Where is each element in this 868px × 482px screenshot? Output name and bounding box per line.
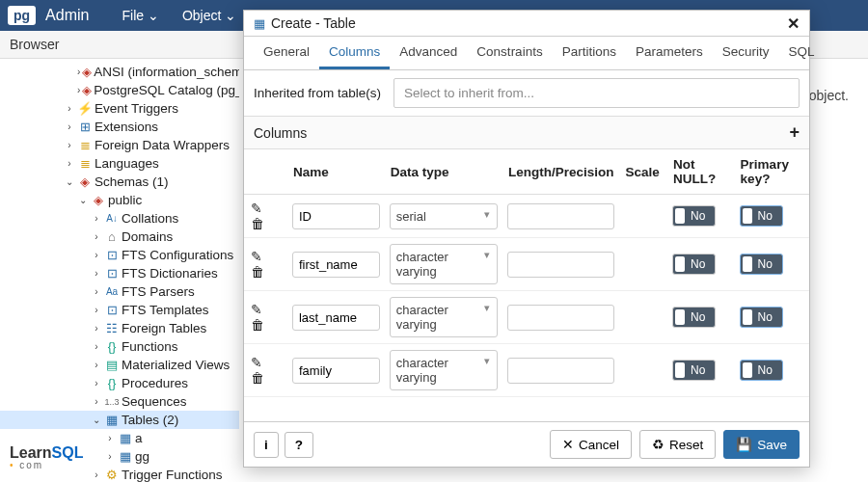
close-button[interactable]: ✕ [787, 14, 800, 33]
tree-item[interactable]: Event Triggers [95, 99, 178, 119]
delete-row-button[interactable]: 🗑 [249, 264, 266, 280]
delete-row-button[interactable]: 🗑 [249, 216, 266, 231]
delete-row-button[interactable]: 🗑 [249, 370, 266, 386]
tree-item-tables[interactable]: Tables (2) [122, 411, 178, 430]
tab-columns[interactable]: Columns [319, 37, 390, 69]
tab-partitions[interactable]: Partitions [553, 37, 626, 69]
tree-expand-icon[interactable]: › [91, 264, 102, 283]
tree-expand-icon[interactable]: › [64, 99, 75, 119]
tree-item[interactable]: Procedures [122, 374, 188, 393]
edit-row-button[interactable]: ✎ [249, 355, 264, 370]
column-notnull-toggle[interactable]: No [672, 205, 716, 227]
tree-expand-icon[interactable]: › [91, 337, 102, 357]
column-length-input[interactable] [507, 305, 615, 331]
functions-icon: {} [104, 337, 120, 357]
tab-advanced[interactable]: Advanced [390, 37, 467, 69]
reset-button[interactable]: ♻Reset [639, 430, 716, 459]
tab-general[interactable]: General [254, 37, 319, 69]
tree-expand-icon[interactable]: › [91, 301, 102, 320]
tree-item[interactable]: Languages [95, 154, 159, 174]
tree-item[interactable]: Materialized Views [122, 356, 230, 375]
tree-item[interactable]: Domains [122, 228, 173, 247]
col-header-notnull: Not NULL? [667, 149, 735, 195]
tree-item[interactable]: Sequences [122, 392, 187, 412]
info-button[interactable]: i [254, 432, 279, 458]
tree-item[interactable]: FTS Dictionaries [122, 264, 218, 283]
tree-expand-icon[interactable]: › [91, 466, 102, 483]
tree-item[interactable]: a [135, 429, 143, 448]
tree-item[interactable]: Foreign Tables [122, 319, 206, 338]
tree-expand-icon[interactable]: › [64, 118, 75, 137]
column-name-input[interactable] [292, 203, 380, 229]
tree-expand-icon[interactable]: › [91, 374, 102, 393]
tree-expand-icon[interactable]: › [104, 429, 116, 448]
column-length-input[interactable] [507, 252, 615, 278]
tree-item[interactable]: Trigger Functions [122, 466, 223, 483]
tree-expand-icon[interactable]: › [91, 246, 102, 265]
tree-item[interactable]: Schemas (1) [95, 173, 169, 192]
column-datatype-select[interactable]: character varying [390, 244, 498, 284]
tree-item[interactable]: FTS Templates [122, 301, 209, 320]
column-name-input[interactable] [292, 305, 380, 331]
delete-row-button[interactable]: 🗑 [249, 317, 266, 333]
column-notnull-toggle[interactable]: No [672, 254, 716, 275]
tree-expand-icon[interactable]: › [91, 209, 102, 228]
tab-constraints[interactable]: Constraints [467, 37, 552, 69]
tree-item[interactable]: Foreign Data Wrappers [95, 136, 230, 155]
column-pk-toggle[interactable]: No [740, 360, 783, 381]
table-icon: ▦ [118, 429, 133, 448]
tree-expand-icon[interactable]: › [77, 63, 80, 82]
column-datatype-select[interactable]: character varying [390, 350, 498, 390]
tab-security[interactable]: Security [713, 37, 779, 69]
column-notnull-toggle[interactable]: No [672, 360, 716, 381]
column-name-input[interactable] [292, 252, 380, 278]
tree-expand-icon[interactable]: › [91, 228, 102, 247]
column-length-input[interactable] [507, 203, 615, 229]
tree-item[interactable]: gg [135, 447, 149, 467]
sequences-icon: 1..3 [104, 392, 120, 412]
cancel-button[interactable]: ✕Cancel [550, 430, 632, 459]
edit-row-button[interactable]: ✎ [249, 302, 264, 317]
tree-item[interactable]: public [108, 191, 142, 210]
column-datatype-select[interactable]: serial [390, 203, 498, 229]
column-pk-toggle[interactable]: No [740, 307, 783, 328]
tree-expand-icon[interactable]: › [64, 154, 75, 174]
column-pk-toggle[interactable]: No [740, 254, 783, 275]
tree-item[interactable]: Extensions [95, 118, 158, 137]
menu-object[interactable]: Object ⌄ [173, 2, 246, 29]
tree-expand-icon[interactable]: › [104, 447, 116, 467]
add-column-button[interactable]: + [789, 122, 800, 143]
tab-parameters[interactable]: Parameters [626, 37, 713, 69]
column-datatype-select[interactable]: character varying [390, 297, 498, 337]
tree-collapse-icon[interactable]: ⌄ [64, 173, 75, 192]
help-button[interactable]: ? [285, 432, 313, 458]
tree-item[interactable]: Functions [122, 337, 178, 357]
fts-config-icon: ⊡ [104, 246, 120, 265]
tree-item[interactable]: PostgreSQL Catalog (pg_c [94, 81, 239, 100]
tree-expand-icon[interactable]: › [91, 319, 102, 338]
tree-expand-icon[interactable]: › [91, 392, 102, 412]
column-notnull-toggle[interactable]: No [672, 307, 716, 328]
save-button[interactable]: 💾Save [723, 430, 800, 459]
column-pk-toggle[interactable]: No [740, 205, 783, 227]
edit-row-button[interactable]: ✎ [249, 201, 264, 216]
tree-expand-icon[interactable]: › [77, 81, 80, 100]
tree-collapse-icon[interactable]: ⌄ [77, 191, 89, 210]
edit-row-button[interactable]: ✎ [249, 249, 264, 264]
column-name-input[interactable] [292, 358, 380, 384]
column-length-input[interactable] [507, 358, 615, 384]
tree-item[interactable]: FTS Configurations [122, 246, 233, 265]
col-header-datatype: Data type [385, 149, 502, 195]
tree-collapse-icon[interactable]: ⌄ [91, 411, 102, 430]
tree-item[interactable]: Collations [122, 209, 178, 228]
tree-expand-icon[interactable]: › [91, 282, 102, 302]
extensions-icon: ⊞ [77, 118, 93, 137]
tree-item[interactable]: ANSI (information_schem [94, 63, 239, 82]
menu-file[interactable]: File ⌄ [112, 2, 168, 29]
inherited-from-select[interactable]: Select to inherit from... [393, 78, 800, 108]
schema-icon: ◈ [91, 191, 106, 210]
tree-item[interactable]: FTS Parsers [122, 282, 195, 302]
tab-sql[interactable]: SQL [778, 37, 824, 69]
tree-expand-icon[interactable]: › [91, 356, 102, 375]
tree-expand-icon[interactable]: › [64, 136, 75, 155]
